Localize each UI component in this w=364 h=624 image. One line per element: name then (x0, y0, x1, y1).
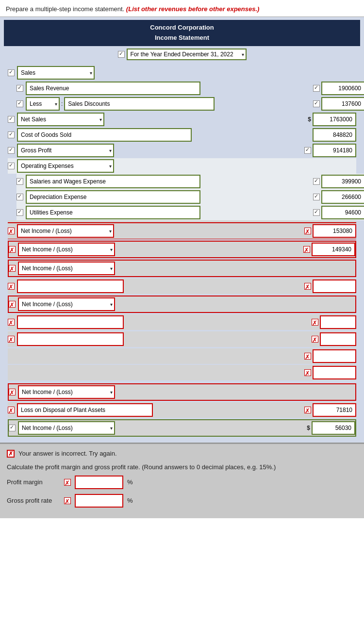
final-dollar: $ (307, 425, 310, 431)
profit-margin-row: Profit margin % (7, 476, 357, 489)
row6-val-checkbox[interactable] (312, 319, 318, 326)
profit-margin-pct: % (127, 478, 133, 486)
gp-val-checkbox[interactable] (304, 147, 311, 154)
row9 (8, 365, 356, 380)
row1-value[interactable]: 153080 (313, 224, 356, 238)
row3-checkbox[interactable] (9, 265, 16, 272)
util-val-checkbox[interactable] (313, 209, 320, 216)
row6-value[interactable] (320, 315, 356, 329)
row1-val-checkbox[interactable] (304, 228, 311, 234)
gross-profit-rate-label: Gross profit rate (7, 497, 60, 504)
row5: Net Income / (Loss) (8, 296, 356, 313)
net-sales-checkbox[interactable] (8, 116, 15, 123)
util-row: Utilities Expense 94600 (17, 205, 364, 220)
row1-select[interactable]: Net Income / (Loss) (17, 224, 114, 238)
final-value[interactable]: 56030 (312, 421, 355, 435)
row10-checkbox[interactable] (9, 389, 16, 395)
util-checkbox[interactable] (17, 209, 23, 216)
statement-header: Concord Corporation Income Statement (4, 20, 360, 46)
sal-checkbox[interactable] (17, 178, 23, 185)
loss-val-checkbox[interactable] (304, 407, 311, 413)
cogs-checkbox[interactable] (8, 131, 15, 138)
sales-rev-val-checkbox[interactable] (313, 85, 320, 92)
sales-discounts-value[interactable]: 137600 (321, 97, 364, 111)
error-icon: ✗ (7, 450, 15, 458)
row2-value[interactable]: 149340 (312, 243, 355, 256)
row5-select[interactable]: Net Income / (Loss) (18, 297, 115, 311)
row3: Net Income / (Loss) (8, 260, 356, 277)
final-checkbox[interactable] (9, 425, 16, 431)
sales-revenue-input[interactable]: Sales Revenue (26, 82, 200, 95)
net-sales-dollar: $ (308, 116, 311, 123)
sales-category-row: Sales (8, 65, 356, 81)
row10-select[interactable]: Net Income / (Loss) (18, 385, 115, 399)
loss-value[interactable]: 71810 (313, 403, 356, 417)
row1-checkbox[interactable] (8, 228, 15, 234)
final-select[interactable]: Net Income / (Loss) (18, 421, 115, 435)
row1: Net Income / (Loss) 153080 (8, 222, 356, 239)
row8-value[interactable] (313, 349, 356, 363)
row2-select[interactable]: Net Income / (Loss) (18, 243, 115, 256)
depr-value[interactable]: 266600 (321, 190, 364, 204)
profit-margin-checkbox[interactable] (64, 479, 71, 486)
opex-checkbox[interactable] (8, 163, 15, 169)
depr-val-checkbox[interactable] (313, 194, 320, 200)
row9-value[interactable] (313, 366, 356, 379)
row2-checkbox[interactable] (9, 246, 16, 253)
sales-revenue-value[interactable]: 1900600 (321, 82, 364, 95)
row8-val-checkbox[interactable] (304, 353, 311, 360)
row8 (8, 348, 356, 364)
profit-margin-input[interactable] (75, 476, 123, 489)
gross-profit-checkbox[interactable] (8, 147, 15, 154)
sales-checkbox[interactable] (8, 69, 15, 76)
less-checkbox[interactable] (17, 100, 23, 107)
row4-val-checkbox[interactable] (304, 283, 311, 290)
sales-discounts-row: Less : Sales Discounts 137600 (17, 96, 364, 112)
net-sales-select[interactable]: Net Sales (17, 113, 104, 126)
loss-input[interactable]: Loss on Disposal of Plant Assets (17, 403, 153, 417)
gpr-checkbox[interactable] (64, 497, 71, 504)
row2: Net Income / (Loss) 149340 (8, 241, 356, 258)
instruction-main: Prepare a multiple-step income statement… (6, 5, 124, 13)
final-row: Net Income / (Loss) $ 56030 (8, 419, 356, 437)
util-input[interactable]: Utilities Expense (26, 206, 200, 219)
row6-label[interactable] (17, 315, 124, 329)
row6-checkbox[interactable] (8, 319, 15, 326)
row7-checkbox[interactable] (8, 336, 15, 343)
row4-checkbox[interactable] (8, 283, 15, 290)
row7-value[interactable] (320, 332, 356, 346)
less-select[interactable]: Less (26, 97, 60, 111)
error-box: ✗ Your answer is incorrect. Try again. (7, 450, 357, 458)
cogs-input[interactable]: Cost of Goods Sold (17, 128, 192, 142)
row5-checkbox[interactable] (9, 301, 16, 308)
row4-value[interactable] (313, 279, 356, 293)
gross-profit-rate-input[interactable] (75, 494, 123, 508)
year-checkbox[interactable] (118, 51, 125, 58)
opex-select[interactable]: Operating Expenses (17, 159, 114, 173)
row4 (8, 279, 356, 294)
year-select[interactable]: For the Year Ended December 31, 2022 (127, 49, 247, 60)
gross-profit-value[interactable]: 914180 (313, 144, 356, 157)
row2-val-checkbox[interactable] (303, 246, 310, 253)
sales-discounts-input[interactable]: Sales Discounts (64, 97, 215, 111)
salaries-value[interactable]: 399900 (321, 175, 364, 188)
sales-rev-checkbox[interactable] (17, 85, 23, 92)
row3-select[interactable]: Net Income / (Loss) (18, 262, 115, 275)
sal-val-checkbox[interactable] (313, 178, 320, 185)
row10: Net Income / (Loss) (8, 383, 356, 401)
loss-checkbox[interactable] (8, 407, 15, 413)
disc-val-checkbox[interactable] (313, 100, 320, 107)
sales-category-select[interactable]: Sales (17, 66, 95, 80)
row7-label[interactable] (17, 332, 124, 346)
net-sales-value[interactable]: 1763000 (313, 113, 356, 126)
util-value[interactable]: 94600 (321, 206, 364, 219)
depr-input[interactable]: Depreciation Expense (26, 190, 200, 204)
row9-val-checkbox[interactable] (304, 369, 311, 376)
gpr-pct: % (127, 497, 133, 504)
row7-val-checkbox[interactable] (312, 336, 318, 343)
gross-profit-select[interactable]: Gross Profit (17, 144, 114, 157)
row4-label[interactable] (17, 279, 124, 293)
salaries-input[interactable]: Salaries and Wages Expense (26, 175, 200, 188)
cogs-value[interactable]: 848820 (313, 128, 356, 142)
depr-checkbox[interactable] (17, 194, 23, 200)
